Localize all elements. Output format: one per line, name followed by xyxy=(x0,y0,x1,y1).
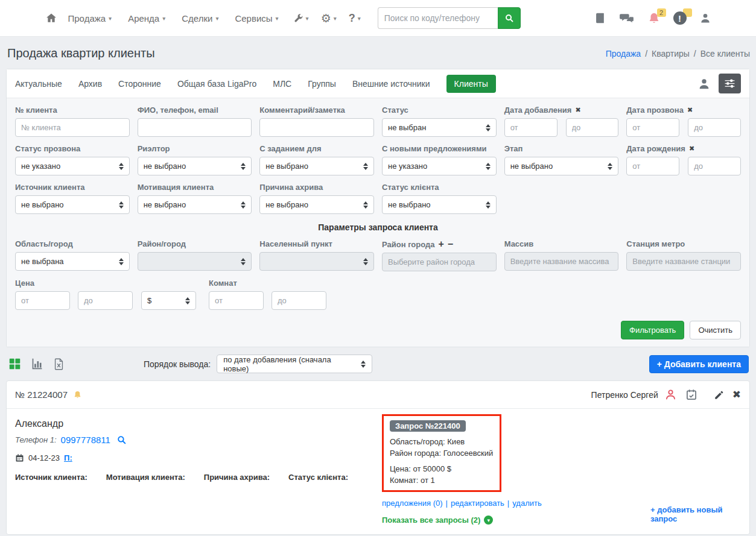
stage-select[interactable]: не выбрано xyxy=(504,157,619,175)
status-select[interactable]: не выбран xyxy=(382,118,497,137)
nav-item-sdelki[interactable]: Сделки▾ xyxy=(182,13,218,24)
filter-button[interactable]: Фильтровать xyxy=(621,321,684,339)
tools-menu[interactable]: ▾ xyxy=(293,13,309,24)
comment-input[interactable] xyxy=(259,118,374,137)
clear-filter-icon[interactable]: ✖ xyxy=(687,106,693,114)
user-profile-icon[interactable] xyxy=(699,11,711,25)
select-arrows-icon xyxy=(119,163,124,170)
p-link[interactable]: П: xyxy=(64,453,72,462)
search-by-phone-icon[interactable] xyxy=(116,435,127,445)
offers-link[interactable]: предложения (0) xyxy=(382,499,443,508)
birth-date-to-input[interactable] xyxy=(688,157,741,175)
region-select[interactable]: не выбрана xyxy=(15,252,130,271)
filter-label: Этап xyxy=(504,144,523,153)
tab-klienty-active[interactable]: Клиенты xyxy=(446,75,496,93)
phone-number-link[interactable]: 0997778811 xyxy=(61,435,110,445)
select-arrows-icon xyxy=(241,258,246,265)
filter-label: Район города xyxy=(382,240,435,249)
with-offers-select[interactable]: не указано xyxy=(382,157,497,175)
sort-order-select[interactable]: по дате добавления (сначала новые) xyxy=(217,355,372,373)
agent-name: Петренко Сергей xyxy=(591,390,658,400)
select-arrows-icon xyxy=(241,163,246,170)
date-call-from-input[interactable] xyxy=(626,118,679,137)
results-toolbar: Порядок вывода: по дате добавления (снач… xyxy=(8,355,749,373)
excel-export-icon[interactable] xyxy=(53,358,65,371)
card-body: Александр Телефон 1: 0997778811 04-12-23… xyxy=(7,409,749,534)
filter-settings-button[interactable] xyxy=(719,74,741,93)
realtor-select[interactable]: не выбрано xyxy=(138,157,252,175)
filter-price: Цена xyxy=(15,279,133,310)
help-menu[interactable]: ? ▾ xyxy=(349,12,361,25)
tab-aktualnye[interactable]: Актуальные xyxy=(15,79,62,89)
rooms-to-input[interactable] xyxy=(272,291,326,310)
show-all-requests[interactable]: Показать все запросы (2) ▾ xyxy=(382,516,650,525)
tab-vneshnie-istochniki[interactable]: Внешние источники xyxy=(352,79,430,89)
question-icon: ? xyxy=(349,12,355,25)
task-calendar-icon[interactable] xyxy=(685,388,697,401)
filter-client-no: № клиента xyxy=(15,106,130,137)
source-select[interactable]: не выбрано xyxy=(15,195,130,214)
home-icon[interactable] xyxy=(45,12,57,24)
archive-reason-select[interactable]: не выбрано xyxy=(259,195,374,214)
filter-label: Станция метро xyxy=(626,239,685,248)
notifications-bell-icon[interactable]: 2 xyxy=(647,11,661,25)
settings-menu[interactable]: ⚙ ▾ xyxy=(321,13,337,24)
nav-item-prodazha[interactable]: Продажа▾ xyxy=(68,13,112,24)
client-status-select[interactable]: не выбрано xyxy=(382,195,497,214)
sort-order-label: Порядок вывода: xyxy=(144,359,211,369)
add-client-button[interactable]: + Добавить клиента xyxy=(649,355,749,373)
messages-icon[interactable] xyxy=(619,11,635,25)
nav-item-arenda[interactable]: Аренда▾ xyxy=(128,13,165,24)
date-call-to-input[interactable] xyxy=(688,118,741,137)
filter-region: Область/город не выбрана xyxy=(15,239,130,271)
date-added-to-input[interactable] xyxy=(566,118,619,137)
client-no-input[interactable] xyxy=(15,118,130,137)
filter-district: Район/город xyxy=(138,239,252,271)
edit-icon[interactable] xyxy=(714,389,725,400)
district-select xyxy=(138,252,252,271)
filter-label: С заданием для xyxy=(259,144,321,153)
filter-label: Массив xyxy=(504,239,534,248)
motivation-select[interactable]: не выбрано xyxy=(138,195,252,214)
tab-obshchaya-baza[interactable]: Общая база LigaPro xyxy=(177,79,256,89)
price-from-input[interactable] xyxy=(15,291,70,310)
filter-status: Статус не выбран xyxy=(382,106,497,137)
reminder-bell-icon[interactable] xyxy=(73,390,82,400)
add-district-icon[interactable]: + xyxy=(439,239,444,249)
tab-arhiv[interactable]: Архив xyxy=(78,79,102,89)
filter-call-status: Статус прозвона не указано xyxy=(15,144,130,175)
chevron-down-icon: ▾ xyxy=(215,15,218,22)
fio-input[interactable] xyxy=(138,118,252,137)
rooms-from-input[interactable] xyxy=(209,291,264,310)
remove-district-icon[interactable]: − xyxy=(448,239,453,249)
price-to-input[interactable] xyxy=(78,291,133,310)
clear-filter-icon[interactable]: ✖ xyxy=(689,145,694,153)
currency-select[interactable]: $ xyxy=(141,291,196,310)
tab-gruppy[interactable]: Группы xyxy=(308,79,336,89)
tab-storonnie[interactable]: Сторонние xyxy=(118,79,161,89)
breadcrumb-link-prodazha[interactable]: Продажа xyxy=(606,49,641,58)
person-icon[interactable] xyxy=(697,77,711,91)
edit-request-link[interactable]: редактировать xyxy=(451,499,504,508)
date-added-from-input[interactable] xyxy=(504,118,557,137)
add-request-link[interactable]: + добавить новый запрос xyxy=(650,505,741,523)
search-input[interactable] xyxy=(378,7,498,29)
grid-view-icon[interactable] xyxy=(8,358,21,370)
clear-filter-icon[interactable]: ✖ xyxy=(575,106,580,114)
search-button[interactable] xyxy=(498,7,521,29)
call-status-select[interactable]: не указано xyxy=(15,157,130,175)
nav-item-servisy[interactable]: Сервисы▾ xyxy=(235,13,278,24)
nav-label: Сервисы xyxy=(235,13,272,24)
delete-request-link[interactable]: удалить xyxy=(512,499,541,508)
agent-person-icon[interactable] xyxy=(664,388,677,401)
birth-date-from-input[interactable] xyxy=(626,157,679,175)
alerts-icon[interactable]: ! xyxy=(673,11,687,25)
tab-mls[interactable]: МЛС xyxy=(273,79,291,89)
delete-icon[interactable]: ✖ xyxy=(732,389,741,400)
chevron-down-icon: ▾ xyxy=(334,15,337,22)
journal-icon[interactable] xyxy=(594,11,606,25)
breadcrumb-item: Все клиенты xyxy=(700,49,750,58)
clear-button[interactable]: Очистить xyxy=(690,321,741,339)
chart-view-icon[interactable] xyxy=(30,358,44,370)
with-task-select[interactable]: не выбрано xyxy=(259,157,374,175)
